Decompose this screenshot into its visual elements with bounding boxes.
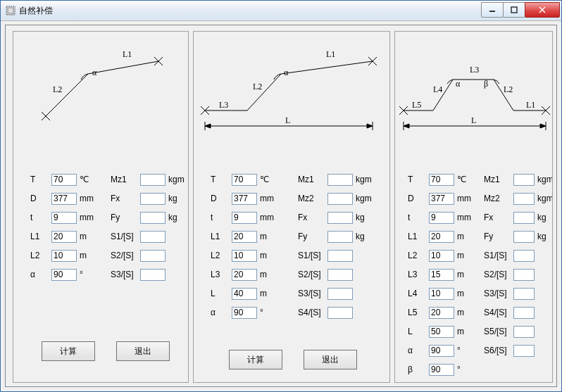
input-p3-T[interactable] <box>429 174 454 186</box>
unit-mm: mm <box>80 213 99 222</box>
svg-text:α: α <box>284 68 289 77</box>
input-p2-T[interactable] <box>232 174 257 186</box>
diagram-1: L1 L2 α <box>13 32 188 123</box>
label-Fx: Fx <box>111 194 140 203</box>
output-p3-S2[interactable] <box>513 269 535 281</box>
unit-kg: kg <box>168 213 188 222</box>
unit-mm: mm <box>80 194 99 203</box>
output-p3-S5[interactable] <box>513 326 535 338</box>
output-p2-S3[interactable] <box>327 288 353 300</box>
calc-button-1[interactable]: 计算 <box>42 341 95 361</box>
output-p3-Fy[interactable] <box>513 231 535 243</box>
unit-m: m <box>80 251 99 260</box>
input-p1-D[interactable] <box>51 193 77 205</box>
unit-m: m <box>80 232 99 241</box>
output-p1-S2[interactable] <box>140 250 166 262</box>
label-S2: S2/[S] <box>111 251 140 260</box>
input-p2-L3[interactable] <box>232 269 257 281</box>
output-p3-S3[interactable] <box>513 288 535 300</box>
svg-line-13 <box>281 61 373 74</box>
svg-text:L5: L5 <box>412 100 421 110</box>
minimize-button[interactable] <box>481 2 504 18</box>
svg-text:L2: L2 <box>253 82 262 91</box>
input-p2-L2[interactable] <box>232 250 257 262</box>
input-p1-T[interactable] <box>51 174 77 186</box>
svg-text:α: α <box>456 79 461 89</box>
unit-kgm: kgm <box>168 175 188 184</box>
panel-2: L1 L2 L3 α L T℃ Dmm tmm L1m L2m L3m Lm α… <box>193 31 390 383</box>
svg-text:L2: L2 <box>53 84 62 94</box>
input-p1-L1[interactable] <box>51 231 77 243</box>
input-p3-beta[interactable] <box>429 364 454 376</box>
input-p1-L2[interactable] <box>51 250 77 262</box>
output-p2-Mz2[interactable] <box>327 193 353 205</box>
input-p2-alpha[interactable] <box>232 307 257 319</box>
label-Mz1: Mz1 <box>111 175 140 184</box>
client-area: L1 L2 α T℃ Dmm tmm L1m L2m α° Mz1kgm Fxk… <box>5 25 557 387</box>
input-p3-L5[interactable] <box>429 307 454 319</box>
svg-line-6 <box>46 74 88 116</box>
svg-text:L2: L2 <box>504 84 513 94</box>
output-p2-S1[interactable] <box>327 250 353 262</box>
output-p1-S1[interactable] <box>140 231 166 243</box>
output-p1-Fx[interactable] <box>140 193 166 205</box>
unit-kg: kg <box>168 194 188 203</box>
close-button[interactable] <box>525 2 560 18</box>
input-p3-alpha[interactable] <box>429 345 454 357</box>
output-p1-Fy[interactable] <box>140 212 166 224</box>
svg-text:L3: L3 <box>219 100 228 110</box>
titlebar: 自然补偿 <box>1 1 561 21</box>
output-p3-Mz2[interactable] <box>513 193 535 205</box>
input-p3-L2[interactable] <box>429 250 454 262</box>
exit-button-1[interactable]: 退出 <box>116 341 170 361</box>
output-p3-S6[interactable] <box>513 345 535 357</box>
svg-text:L: L <box>285 115 290 125</box>
window-title: 自然补偿 <box>19 5 482 17</box>
output-p3-S4[interactable] <box>513 307 535 319</box>
input-p3-D[interactable] <box>429 193 454 205</box>
output-p3-Mz1[interactable] <box>513 174 535 186</box>
svg-text:L: L <box>471 115 476 125</box>
output-p1-S3[interactable] <box>140 269 166 281</box>
output-p2-S2[interactable] <box>327 269 353 281</box>
output-p3-Fx[interactable] <box>513 212 535 224</box>
svg-text:L4: L4 <box>433 84 442 94</box>
output-p2-Fx[interactable] <box>327 212 353 224</box>
input-p3-L[interactable] <box>429 326 454 338</box>
label-L2: L2 <box>30 251 51 260</box>
svg-text:L1: L1 <box>526 100 535 110</box>
label-D: D <box>30 194 51 203</box>
input-p2-t[interactable] <box>232 212 257 224</box>
svg-line-7 <box>88 61 158 74</box>
input-p3-L4[interactable] <box>429 288 454 300</box>
input-p2-L[interactable] <box>232 288 257 300</box>
output-p3-S1[interactable] <box>513 250 535 262</box>
panel-1: L1 L2 α T℃ Dmm tmm L1m L2m α° Mz1kgm Fxk… <box>13 31 189 383</box>
input-p3-t[interactable] <box>429 212 454 224</box>
diagram-2: L1 L2 L3 α L <box>194 32 389 123</box>
svg-text:L3: L3 <box>470 65 479 75</box>
app-window: 自然补偿 L1 L2 α <box>0 0 562 392</box>
unit-C: ℃ <box>80 175 99 184</box>
input-p3-L1[interactable] <box>429 231 454 243</box>
label-L1: L1 <box>30 232 51 241</box>
output-p1-Mz1[interactable] <box>140 174 166 186</box>
input-p2-D[interactable] <box>232 193 257 205</box>
output-p2-S4[interactable] <box>327 307 353 319</box>
output-p2-Fy[interactable] <box>327 231 353 243</box>
maximize-button[interactable] <box>503 2 525 18</box>
label-t: t <box>30 213 51 222</box>
output-p2-Mz1[interactable] <box>327 174 353 186</box>
diagram-3: L3 L4 L2 L5 L1 α β L <box>395 32 552 123</box>
window-buttons <box>482 2 560 16</box>
input-p2-L1[interactable] <box>232 231 257 243</box>
label-S3: S3/[S] <box>111 270 140 279</box>
exit-button-2[interactable]: 退出 <box>304 350 357 369</box>
svg-text:L1: L1 <box>326 49 335 59</box>
label-S1: S1/[S] <box>111 232 140 241</box>
label-T: T <box>211 175 232 184</box>
input-p3-L3[interactable] <box>429 269 454 281</box>
input-p1-t[interactable] <box>51 212 77 224</box>
input-p1-alpha[interactable] <box>51 269 77 281</box>
calc-button-2[interactable]: 计算 <box>229 350 282 369</box>
